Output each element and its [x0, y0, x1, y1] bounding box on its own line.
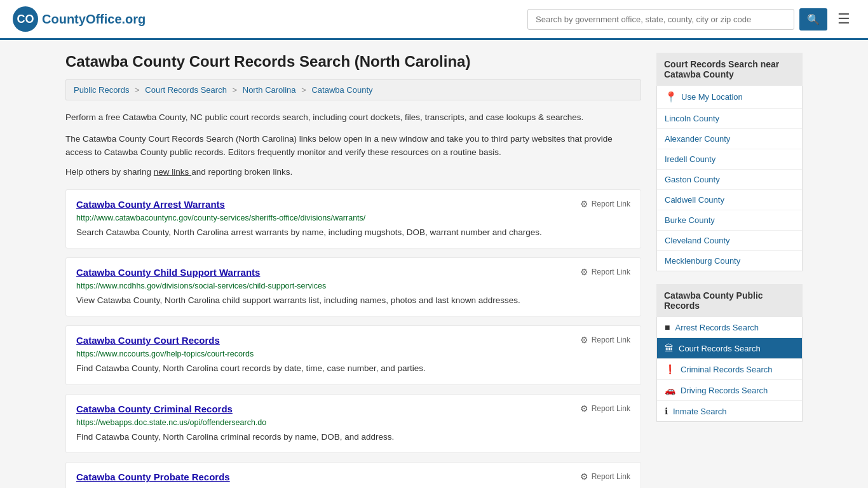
nearby-list-item[interactable]: Mecklenburg County [657, 251, 802, 271]
record-type-icon: 🚗 [665, 385, 675, 395]
public-records-list: ■ Arrest Records Search 🏛 Court Records … [656, 317, 803, 422]
breadcrumb-sep2: > [233, 85, 240, 95]
breadcrumb: Public Records > Court Records Search > … [65, 79, 641, 100]
nearby-link[interactable]: Cleveland County [665, 236, 730, 245]
nearby-list-item[interactable]: Gaston County [657, 170, 802, 190]
breadcrumb-sep3: > [301, 85, 308, 95]
record-type-icon: 🏛 [665, 343, 674, 353]
result-title[interactable]: Catawba County Child Support Warrants [76, 267, 260, 278]
nearby-list-item[interactable]: Alexander County [657, 129, 802, 149]
result-header: Catawba County Child Support Warrants ⚙ … [76, 267, 630, 278]
sidebar: Court Records Search near Catawba County… [656, 53, 803, 488]
report-icon: ⚙ [580, 199, 588, 209]
nearby-link[interactable]: Iredell County [665, 154, 715, 164]
report-link[interactable]: ⚙ Report Link [580, 335, 630, 345]
result-url[interactable]: https://webapps.doc.state.nc.us/opi/offe… [76, 418, 630, 427]
result-title[interactable]: Catawba County Criminal Records [76, 403, 233, 414]
nearby-list-item[interactable]: Iredell County [657, 149, 802, 170]
sharing-suffix: and reporting broken links. [191, 167, 292, 177]
intro-paragraph-1: Perform a free Catawba County, NC public… [65, 111, 641, 125]
result-title[interactable]: Catawba County Arrest Warrants [76, 199, 225, 210]
nearby-link[interactable]: Lincoln County [665, 114, 719, 123]
site-header: CO CountyOffice.org 🔍 ☰ [0, 0, 868, 40]
result-header: Catawba County Arrest Warrants ⚙ Report … [76, 199, 630, 210]
use-location-item[interactable]: 📍 Use My Location [657, 86, 802, 109]
result-description: Search Catawba County, North Carolina ar… [76, 226, 630, 239]
nearby-link[interactable]: Gaston County [665, 175, 720, 184]
sharing-text: Help others by sharing new links and rep… [65, 167, 641, 177]
record-type-icon: ℹ [665, 406, 668, 416]
result-title[interactable]: Catawba County Court Records [76, 335, 220, 346]
result-description: Find Catawba County, North Carolina cour… [76, 362, 630, 375]
nearby-section: Court Records Search near Catawba County… [656, 53, 803, 271]
record-type-icon: ❗ [665, 364, 675, 374]
content-area: Catawba County Court Records Search (Nor… [65, 53, 641, 488]
result-url[interactable]: http://www.catawbacountync.gov/county-se… [76, 214, 630, 222]
public-records-header: Catawba County Public Records [656, 284, 803, 317]
result-header: Catawba County Court Records ⚙ Report Li… [76, 335, 630, 346]
breadcrumb-court-records[interactable]: Court Records Search [145, 85, 227, 95]
nearby-list-container: Lincoln CountyAlexander CountyIredell Co… [657, 109, 802, 271]
public-records-link[interactable]: Arrest Records Search [675, 323, 759, 332]
nearby-list-item[interactable]: Burke County [657, 210, 802, 231]
public-records-item[interactable]: ℹ Inmate Search [657, 401, 802, 421]
report-icon: ⚙ [580, 267, 588, 277]
report-icon: ⚙ [580, 471, 588, 482]
breadcrumb-north-carolina[interactable]: North Carolina [243, 85, 296, 95]
main-wrapper: Catawba County Court Records Search (Nor… [53, 40, 815, 488]
logo-area: CO CountyOffice.org [13, 6, 146, 32]
result-url[interactable]: https://www.ncdhhs.gov/divisions/social-… [76, 281, 630, 290]
report-link[interactable]: ⚙ Report Link [580, 471, 630, 482]
nearby-header: Court Records Search near Catawba County [656, 53, 803, 86]
result-header: Catawba County Probate Records ⚙ Report … [76, 471, 630, 482]
result-item: Catawba County Probate Records ⚙ Report … [65, 462, 641, 488]
public-records-container: ■ Arrest Records Search 🏛 Court Records … [657, 317, 802, 421]
new-links-link[interactable]: new links [154, 167, 191, 177]
report-link[interactable]: ⚙ Report Link [580, 403, 630, 414]
nearby-link[interactable]: Caldwell County [665, 195, 724, 205]
breadcrumb-catawba-county[interactable]: Catawba County [311, 85, 372, 95]
sharing-prefix: Help others by sharing [65, 167, 151, 177]
search-button[interactable]: 🔍 [799, 8, 827, 30]
location-icon: 📍 [665, 91, 677, 103]
report-icon: ⚙ [580, 335, 588, 345]
intro-paragraph-2: The Catawba County Court Records Search … [65, 132, 641, 159]
public-records-link[interactable]: Driving Records Search [681, 386, 768, 395]
result-header: Catawba County Criminal Records ⚙ Report… [76, 403, 630, 414]
public-records-item[interactable]: 🚗 Driving Records Search [657, 380, 802, 401]
nearby-list-item[interactable]: Cleveland County [657, 231, 802, 251]
search-area: 🔍 ☰ [527, 8, 855, 30]
record-type-icon: ■ [665, 322, 670, 332]
result-title[interactable]: Catawba County Probate Records [76, 471, 230, 482]
use-my-location-link[interactable]: Use My Location [681, 92, 743, 102]
result-item: Catawba County Court Records ⚙ Report Li… [65, 325, 641, 384]
nearby-list-item[interactable]: Caldwell County [657, 190, 802, 210]
public-records-link[interactable]: Inmate Search [673, 407, 727, 416]
logo-text: CountyOffice.org [42, 12, 146, 27]
page-title: Catawba County Court Records Search (Nor… [65, 53, 641, 71]
public-records-item[interactable]: ❗ Criminal Records Search [657, 359, 802, 380]
public-records-section: Catawba County Public Records ■ Arrest R… [656, 284, 803, 422]
nearby-list-item[interactable]: Lincoln County [657, 109, 802, 129]
results-list: Catawba County Arrest Warrants ⚙ Report … [65, 189, 641, 488]
breadcrumb-sep1: > [135, 85, 142, 95]
menu-button[interactable]: ☰ [832, 8, 855, 30]
public-records-link[interactable]: Criminal Records Search [681, 365, 773, 374]
report-link[interactable]: ⚙ Report Link [580, 267, 630, 277]
result-item: Catawba County Child Support Warrants ⚙ … [65, 257, 641, 316]
public-records-item[interactable]: ■ Arrest Records Search [657, 317, 802, 338]
report-link[interactable]: ⚙ Report Link [580, 199, 630, 209]
breadcrumb-public-records[interactable]: Public Records [74, 85, 129, 95]
public-records-link[interactable]: Court Records Search [679, 344, 761, 353]
nearby-link[interactable]: Mecklenburg County [665, 256, 740, 266]
nearby-list: 📍 Use My Location Lincoln CountyAlexande… [656, 86, 803, 271]
nearby-link[interactable]: Alexander County [665, 134, 730, 144]
logo-icon: CO [13, 6, 38, 32]
result-item: Catawba County Criminal Records ⚙ Report… [65, 394, 641, 453]
result-item: Catawba County Arrest Warrants ⚙ Report … [65, 189, 641, 248]
search-input[interactable] [527, 9, 794, 30]
nearby-link[interactable]: Burke County [665, 215, 715, 225]
public-records-item[interactable]: 🏛 Court Records Search [657, 338, 802, 359]
result-url[interactable]: https://www.nccourts.gov/help-topics/cou… [76, 349, 630, 358]
result-description: View Catawba County, North Carolina chil… [76, 294, 630, 307]
